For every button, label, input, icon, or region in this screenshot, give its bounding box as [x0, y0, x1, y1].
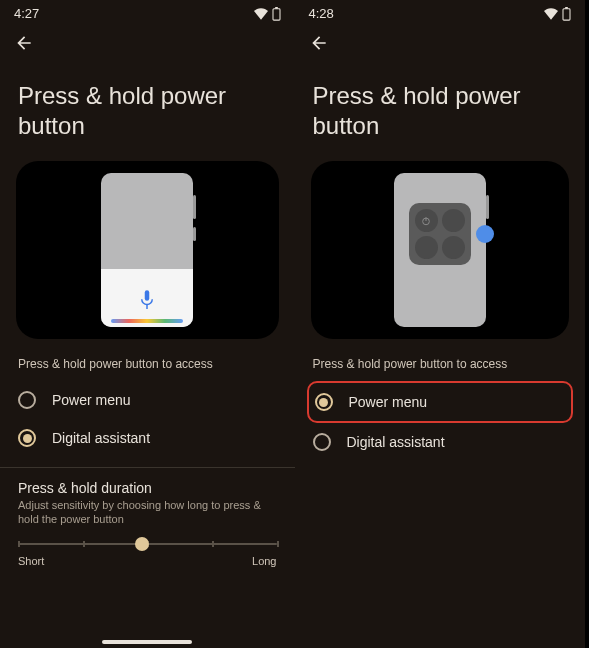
preview-card: [16, 161, 279, 339]
radio-digital-assistant[interactable]: Digital assistant: [0, 419, 295, 457]
svg-rect-2: [145, 290, 150, 301]
slider-thumb[interactable]: [135, 537, 149, 551]
battery-icon: [272, 7, 281, 21]
svg-rect-0: [273, 8, 280, 19]
status-bar: 4:28: [295, 0, 586, 23]
phone-illustration: [394, 173, 486, 327]
assistant-panel: [101, 269, 193, 327]
radio-label: Power menu: [349, 394, 428, 410]
divider: [0, 467, 295, 468]
radio-label: Power menu: [52, 392, 131, 408]
phone-illustration: [101, 173, 193, 327]
radio-icon: [315, 393, 333, 411]
clock: 4:27: [14, 6, 39, 21]
battery-icon: [562, 7, 571, 21]
svg-rect-5: [565, 7, 568, 9]
slider-min-label: Short: [18, 555, 44, 567]
svg-rect-4: [563, 8, 570, 19]
back-icon[interactable]: [14, 33, 34, 53]
section-label: Press & hold power button to access: [295, 357, 586, 381]
svg-rect-1: [275, 7, 278, 9]
back-icon[interactable]: [309, 33, 329, 53]
wifi-icon: [544, 8, 558, 20]
radio-icon: [313, 433, 331, 451]
duration-slider[interactable]: [0, 543, 295, 545]
status-bar: 4:27: [0, 0, 295, 23]
mic-icon: [138, 288, 156, 312]
radio-power-menu[interactable]: Power menu: [307, 381, 574, 423]
power-menu-illustration: [409, 203, 471, 265]
radio-power-menu[interactable]: Power menu: [0, 381, 295, 419]
radio-digital-assistant[interactable]: Digital assistant: [295, 423, 586, 461]
power-icon: [421, 216, 431, 226]
slider-max-label: Long: [252, 555, 276, 567]
radio-label: Digital assistant: [52, 430, 150, 446]
assistant-gradient: [111, 319, 183, 323]
radio-icon: [18, 391, 36, 409]
page-title: Press & hold power button: [295, 63, 586, 161]
wifi-icon: [254, 8, 268, 20]
section-label: Press & hold power button to access: [0, 357, 295, 381]
clock: 4:28: [309, 6, 334, 21]
duration-subtitle: Adjust sensitivity by choosing how long …: [0, 498, 295, 543]
duration-title: Press & hold duration: [0, 480, 295, 498]
nav-pill[interactable]: [102, 640, 192, 644]
preview-card: [311, 161, 570, 339]
power-press-indicator: [476, 225, 494, 243]
radio-icon: [18, 429, 36, 447]
page-title: Press & hold power button: [0, 63, 295, 161]
radio-label: Digital assistant: [347, 434, 445, 450]
